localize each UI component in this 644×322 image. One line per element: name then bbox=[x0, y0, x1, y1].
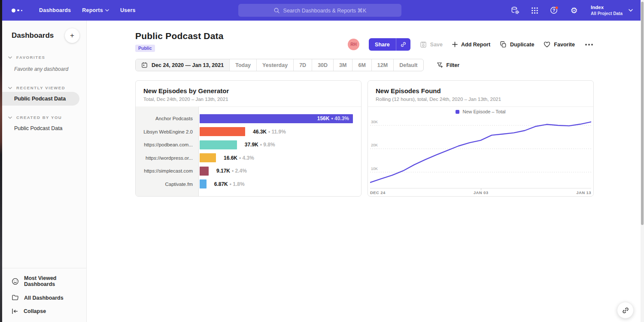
page-scrollbar[interactable] bbox=[641, 0, 644, 322]
all-dashboards-button[interactable]: All Dashboards bbox=[2, 291, 86, 305]
bar-chart-rows: Anchor Podcasts156K• 40.3%Libsyn WebEngi… bbox=[136, 112, 361, 191]
date-preset-30d[interactable]: 30D bbox=[312, 59, 333, 71]
legend-label: New Episode – Total bbox=[462, 109, 505, 114]
line-series[interactable] bbox=[370, 122, 591, 182]
search-placeholder: Search Dashboards & Reports ⌘K bbox=[283, 7, 367, 14]
bar-category-label: https://wordpress.or... bbox=[136, 155, 199, 161]
nav-item-reports[interactable]: Reports bbox=[82, 7, 109, 13]
search-icon bbox=[273, 7, 280, 14]
nav-item-label: Dashboards bbox=[39, 7, 71, 13]
date-preset-today[interactable]: Today bbox=[229, 59, 256, 71]
help-icon[interactable]: ? bbox=[550, 6, 559, 15]
save-label: Save bbox=[430, 42, 443, 48]
sidebar-title: Dashboards bbox=[12, 31, 54, 40]
nav-item-label: Users bbox=[120, 7, 136, 13]
page-title: Public Podcast Data bbox=[135, 31, 224, 41]
nav-item-dashboards[interactable]: Dashboards bbox=[39, 7, 71, 13]
favorite-label: Favorite bbox=[554, 42, 575, 48]
date-range-control: Dec 24, 2020 — Jan 13, 2021 TodayYesterd… bbox=[135, 59, 424, 71]
section-header-created-by-you[interactable]: CREATED BY YOU bbox=[2, 113, 86, 122]
date-preset-yesterday[interactable]: Yesterday bbox=[256, 59, 293, 71]
bar-category-label: https://podbean.com... bbox=[136, 142, 199, 147]
date-preset-3m[interactable]: 3M bbox=[333, 59, 352, 71]
bar-row: Libsyn WebEngine 2.046.3K• 11.9% bbox=[136, 125, 361, 139]
apps-grid-icon[interactable] bbox=[530, 6, 539, 15]
chart-subtitle: Rolling (12 hours), total, Dec 24th, 202… bbox=[376, 97, 586, 102]
date-preset-6m[interactable]: 6M bbox=[352, 59, 371, 71]
bar-segment[interactable] bbox=[200, 153, 216, 162]
search-input[interactable]: Search Dashboards & Reports ⌘K bbox=[238, 4, 401, 17]
bar-value-label: 156K• 40.3% bbox=[317, 114, 349, 123]
copy-link-fab[interactable] bbox=[617, 302, 634, 319]
share-button[interactable]: Share bbox=[369, 38, 396, 51]
bar-segment[interactable] bbox=[200, 167, 209, 176]
scrollbar-thumb[interactable] bbox=[641, 2, 644, 225]
date-preset-7d[interactable]: 7D bbox=[293, 59, 312, 71]
card-new-episodes-found: New Episodes Found Rolling (12 hours), t… bbox=[368, 80, 594, 197]
section-header-recently-viewed[interactable]: RECENTLY VIEWED bbox=[2, 84, 86, 92]
x-axis-mid-tick bbox=[481, 188, 481, 190]
line-chart-svg: 10K20K30K bbox=[370, 116, 591, 188]
sidebar-section-created-by-you: CREATED BY YOU Public Podcast Data bbox=[2, 113, 86, 135]
filter-funnel-icon bbox=[437, 62, 443, 68]
collapse-sidebar-button[interactable]: Collapse bbox=[2, 305, 86, 318]
legend-swatch bbox=[456, 110, 459, 114]
bar-segment[interactable]: 156K• 40.3% bbox=[200, 114, 353, 123]
collapse-icon bbox=[12, 308, 18, 314]
sidebar-footer: Most Viewed Dashboards All Dashboards Co… bbox=[2, 268, 86, 322]
x-axis: DEC 24JAN 03JAN 13 bbox=[370, 188, 591, 197]
mode-logo-icon[interactable] bbox=[12, 9, 28, 12]
workspace-switcher[interactable]: Index All Project Data bbox=[591, 4, 633, 16]
sidebar-item-public-podcast-data[interactable]: Public Podcast Data bbox=[2, 92, 79, 106]
bar-track: 46.3K• 11.9% bbox=[199, 125, 361, 139]
date-range-label: Dec 24, 2020 — Jan 13, 2021 bbox=[152, 62, 224, 68]
most-viewed-dashboards-button[interactable]: Most Viewed Dashboards bbox=[2, 272, 86, 291]
chart-legend: New Episode – Total bbox=[368, 109, 593, 114]
date-range-picker[interactable]: Dec 24, 2020 — Jan 13, 2021 bbox=[136, 59, 229, 71]
date-preset-12m[interactable]: 12M bbox=[371, 59, 393, 71]
bar-chart: Anchor Podcasts156K• 40.3%Libsyn WebEngi… bbox=[136, 106, 361, 196]
bar-row: https://podbean.com...37.9K• 9.8% bbox=[136, 138, 361, 152]
workspace-subtitle: All Project Data bbox=[591, 11, 623, 16]
bar-value-label: 9.17K• 2.4% bbox=[216, 168, 247, 174]
sidebar: Dashboards + FAVORITES Favorite any dash… bbox=[2, 21, 87, 322]
nav-item-users[interactable]: Users bbox=[120, 7, 136, 13]
app-screen: Dashboards Reports Users Search Dashboar… bbox=[0, 0, 644, 322]
bar-segment[interactable] bbox=[200, 140, 237, 149]
bar-track: 156K• 40.3% bbox=[199, 112, 361, 125]
duplicate-button[interactable]: Duplicate bbox=[500, 41, 534, 48]
chevron-down-icon bbox=[8, 116, 12, 119]
bar-row: https://wordpress.or...16.6K• 4.3% bbox=[136, 152, 361, 165]
section-label: RECENTLY VIEWED bbox=[16, 85, 65, 90]
calendar-icon bbox=[141, 62, 148, 68]
sidebar-section-recently-viewed: RECENTLY VIEWED Public Podcast Data bbox=[2, 84, 86, 106]
avatar[interactable]: RH bbox=[348, 39, 359, 50]
favorite-button[interactable]: Favorite bbox=[544, 41, 575, 48]
add-report-button[interactable]: Add Report bbox=[452, 42, 490, 48]
bar-category-label: Libsyn WebEngine 2.0 bbox=[136, 129, 199, 134]
bar-value-label: 46.3K• 11.9% bbox=[253, 129, 286, 135]
more-options-button[interactable] bbox=[584, 42, 594, 47]
chart-title: New Episodes by Generator bbox=[143, 87, 353, 94]
duplicate-label: Duplicate bbox=[510, 42, 534, 48]
bar-segment[interactable] bbox=[200, 127, 245, 136]
bar-segment[interactable] bbox=[200, 179, 207, 188]
bar-track: 9.17K• 2.4% bbox=[199, 164, 361, 178]
smiley-icon bbox=[12, 278, 19, 285]
favorites-empty-hint: Favorite any dashboard bbox=[2, 61, 86, 76]
share-link-button[interactable] bbox=[396, 38, 410, 51]
footer-item-label: All Dashboards bbox=[24, 295, 64, 301]
date-preset-default[interactable]: Default bbox=[393, 59, 423, 71]
chart-title: New Episodes Found bbox=[376, 87, 586, 94]
filter-label: Filter bbox=[447, 62, 460, 68]
add-dashboard-button[interactable]: + bbox=[65, 28, 79, 43]
data-sources-icon[interactable] bbox=[510, 6, 519, 15]
bar-row: Captivate.fm6.87K• 1.8% bbox=[136, 178, 361, 191]
sidebar-item-public-podcast-data-created[interactable]: Public Podcast Data bbox=[2, 122, 86, 135]
filter-button[interactable]: Filter bbox=[437, 62, 460, 68]
section-header-favorites[interactable]: FAVORITES bbox=[2, 53, 86, 61]
settings-gear-icon[interactable]: ⚙ bbox=[569, 6, 579, 15]
duplicate-icon bbox=[500, 41, 507, 48]
link-icon bbox=[400, 41, 407, 48]
save-button[interactable]: Save bbox=[420, 41, 443, 48]
